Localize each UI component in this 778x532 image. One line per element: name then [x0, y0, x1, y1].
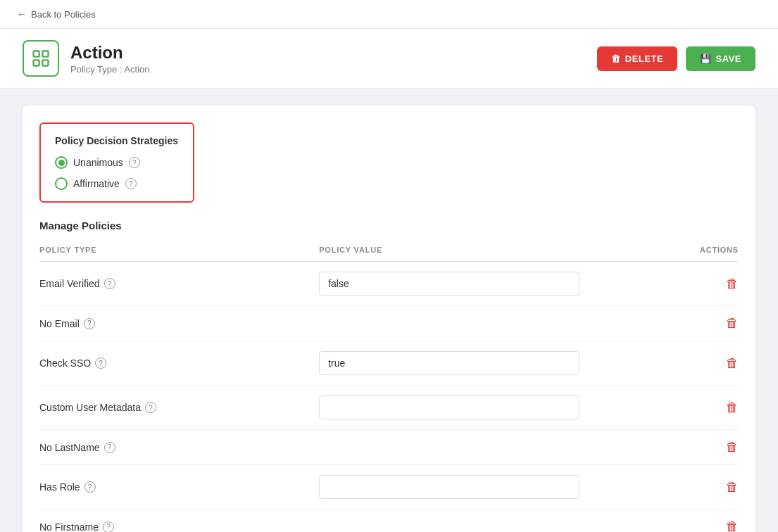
table-header-row: POLICY TYPE POLICY VALUE ACTIONS — [39, 240, 739, 262]
policy-type-cell: No LastName ? — [39, 442, 319, 453]
manage-title: Manage Policies — [39, 220, 739, 232]
save-label: SAVE — [716, 53, 741, 64]
header-buttons: 🗑 DELETE 💾 SAVE — [597, 46, 755, 71]
delete-row-icon[interactable]: 🗑 — [726, 277, 739, 291]
unanimous-label: Unanimous — [73, 157, 123, 168]
unanimous-help-icon[interactable]: ? — [129, 157, 140, 168]
policy-type-name: Check SSO — [39, 357, 91, 369]
policy-icon-box — [23, 40, 59, 77]
policy-type-cell: Custom User Metadata ? — [39, 402, 319, 413]
policies-table: POLICY TYPE POLICY VALUE ACTIONS Email V… — [39, 240, 739, 532]
table-row: Custom User Metadata ? 🗑 — [39, 386, 739, 430]
strategy-title: Policy Decision Strategies — [55, 135, 179, 146]
delete-button[interactable]: 🗑 DELETE — [597, 46, 677, 71]
delete-icon: 🗑 — [611, 53, 621, 64]
header-section: Action Policy Type : Action 🗑 DELETE 💾 S… — [0, 29, 778, 89]
action-icon — [31, 49, 51, 68]
page-title: Action — [70, 43, 150, 63]
policy-type-name: No LastName — [39, 442, 100, 453]
table-row: Has Role ? 🗑 — [39, 465, 739, 509]
delete-row-icon[interactable]: 🗑 — [726, 356, 739, 370]
delete-row-icon[interactable]: 🗑 — [726, 316, 739, 330]
top-nav: ← Back to Policies — [0, 0, 778, 29]
delete-label: DELETE — [625, 53, 663, 64]
table-row: Email Verified ? 🗑 — [39, 262, 739, 306]
svg-rect-2 — [34, 60, 39, 65]
header-text: Action Policy Type : Action — [70, 43, 150, 75]
back-arrow-icon: ← — [17, 8, 27, 20]
affirmative-row: Affirmative ? — [55, 177, 179, 190]
table-row: No Firstname ? 🗑 — [39, 509, 739, 533]
policy-help-icon[interactable]: ? — [84, 318, 95, 329]
policy-type-name: No Email — [39, 318, 80, 329]
table-row: Check SSO ? 🗑 — [39, 341, 739, 386]
save-button[interactable]: 💾 SAVE — [686, 46, 755, 71]
policy-type-cell: Check SSO ? — [39, 357, 319, 369]
policy-value-input[interactable] — [319, 272, 579, 296]
affirmative-help-icon[interactable]: ? — [125, 178, 137, 189]
delete-row-icon[interactable]: 🗑 — [726, 480, 739, 494]
policy-value-input[interactable] — [319, 395, 579, 419]
back-link[interactable]: ← Back to Policies — [17, 8, 96, 20]
policy-type-cell: Has Role ? — [39, 481, 319, 493]
unanimous-row: Unanimous ? — [55, 156, 179, 169]
policy-value-input[interactable] — [319, 351, 579, 375]
policy-type-label: Policy Type : Action — [70, 64, 150, 75]
main-card: Policy Decision Strategies Unanimous ? A… — [23, 106, 755, 532]
affirmative-radio[interactable] — [55, 177, 68, 190]
policy-help-icon[interactable]: ? — [103, 521, 114, 533]
policy-help-icon[interactable]: ? — [95, 357, 106, 369]
policy-help-icon[interactable]: ? — [145, 402, 156, 413]
policy-type-name: Has Role — [39, 481, 80, 493]
policy-type-name: Email Verified — [39, 278, 100, 289]
svg-rect-1 — [42, 51, 48, 57]
policy-type-cell: No Email ? — [39, 318, 319, 329]
policy-type-cell: No Firstname ? — [39, 521, 319, 533]
policy-type-name: Custom User Metadata — [39, 402, 141, 413]
strategy-box: Policy Decision Strategies Unanimous ? A… — [39, 122, 194, 203]
unanimous-radio[interactable] — [55, 156, 68, 169]
back-label: Back to Policies — [31, 9, 96, 20]
delete-row-icon[interactable]: 🗑 — [726, 400, 739, 414]
table-row: No Email ? 🗑 — [39, 306, 739, 341]
table-row: No LastName ? 🗑 — [39, 430, 739, 465]
main-content: Policy Decision Strategies Unanimous ? A… — [0, 89, 778, 532]
policy-help-icon[interactable]: ? — [104, 442, 115, 453]
affirmative-label: Affirmative — [73, 178, 120, 189]
policy-type-name: No Firstname — [39, 521, 99, 533]
col-actions: ACTIONS — [634, 240, 739, 262]
save-icon: 💾 — [700, 53, 712, 64]
policy-help-icon[interactable]: ? — [84, 481, 96, 493]
policy-type-cell: Email Verified ? — [39, 278, 319, 289]
svg-rect-0 — [34, 51, 39, 57]
policy-help-icon[interactable]: ? — [104, 278, 115, 289]
policy-value-input[interactable] — [319, 475, 579, 499]
delete-row-icon[interactable]: 🗑 — [726, 440, 739, 454]
col-policy-value: POLICY VALUE — [319, 240, 634, 262]
header-left: Action Policy Type : Action — [23, 40, 150, 77]
delete-row-icon[interactable]: 🗑 — [726, 519, 739, 532]
svg-rect-3 — [42, 60, 48, 65]
col-policy-type: POLICY TYPE — [39, 240, 319, 262]
